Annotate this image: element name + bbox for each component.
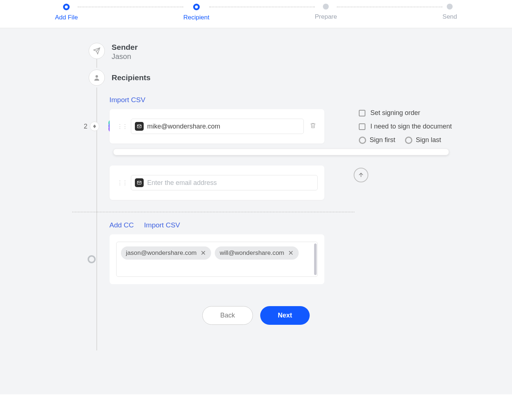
recipient-card [110, 109, 324, 144]
remove-chip-icon[interactable]: ✕ [288, 250, 294, 256]
recipients-title: Recipients [112, 70, 447, 82]
cc-node-icon [88, 255, 96, 263]
section-divider [72, 212, 354, 212]
step-indicator-icon [63, 4, 70, 10]
cc-chip: will@wondershare.com ✕ [215, 246, 299, 260]
option-label: Sign last [416, 136, 441, 144]
recipient-email-input[interactable] [147, 123, 300, 130]
set-signing-order-option[interactable]: Set signing order [359, 109, 461, 117]
recipients-links: Import CSV [110, 96, 447, 104]
cc-chip-label: will@wondershare.com [220, 249, 284, 257]
recipient-email-input[interactable] [147, 179, 314, 187]
radio[interactable] [405, 137, 412, 144]
step-label: Prepare [315, 13, 337, 21]
wizard-stepper: Add File Recipient Prepare Send [0, 0, 512, 28]
cc-links: Add CC Import CSV [110, 221, 447, 229]
option-label: Set signing order [371, 109, 420, 117]
person-icon [89, 70, 105, 86]
step-connector [78, 7, 183, 7]
sender-row: Sender Jason [88, 43, 447, 61]
remove-chip-icon[interactable]: ✕ [200, 250, 206, 256]
move-up-button[interactable] [354, 168, 368, 182]
step-indicator-icon [193, 4, 200, 10]
svg-point-0 [95, 75, 98, 78]
back-button[interactable]: Back [202, 306, 253, 325]
cc-chip-label: jason@wondershare.com [126, 249, 197, 257]
mail-icon [135, 178, 144, 187]
add-cc-link[interactable]: Add CC [110, 221, 134, 229]
trash-icon[interactable] [308, 120, 318, 132]
signing-options: Set signing order I need to sign the doc… [359, 109, 461, 150]
step-add-file[interactable]: Add File [55, 4, 78, 21]
drag-handle-icon[interactable] [116, 123, 128, 130]
import-csv-link[interactable]: Import CSV [110, 96, 146, 104]
cc-chip: jason@wondershare.com ✕ [121, 246, 211, 260]
option-label: I need to sign the document [371, 123, 452, 130]
step-connector [337, 7, 442, 7]
sign-first-option[interactable]: Sign first [359, 136, 395, 144]
step-recipient[interactable]: Recipient [183, 4, 209, 21]
drag-handle-icon[interactable] [116, 179, 128, 186]
sign-last-option[interactable]: Sign last [405, 136, 441, 144]
checkbox[interactable] [359, 123, 365, 130]
sender-title: Sender [112, 43, 447, 52]
checkbox[interactable] [359, 110, 365, 116]
recipients-header-row: Recipients [88, 70, 447, 86]
step-send[interactable]: Send [442, 4, 457, 21]
option-label: Sign first [370, 136, 395, 144]
order-number: 2 [84, 123, 88, 130]
mail-icon [135, 122, 144, 131]
cc-chip-container[interactable]: jason@wondershare.com ✕ will@wondershare… [116, 242, 318, 277]
i-need-to-sign-option[interactable]: I need to sign the document [359, 123, 461, 130]
step-indicator-icon [447, 4, 453, 10]
radio[interactable] [359, 137, 366, 144]
paper-plane-icon [89, 43, 105, 59]
recipient-card [110, 166, 324, 200]
sender-name: Jason [112, 52, 447, 61]
step-connector [209, 7, 315, 7]
import-csv-cc-link[interactable]: Import CSV [144, 221, 180, 229]
step-label: Add File [55, 14, 78, 21]
footer-buttons: Back Next [66, 306, 447, 325]
email-field[interactable] [131, 119, 304, 134]
order-group-indicator: 2 [84, 122, 99, 131]
order-stepper[interactable] [90, 122, 99, 131]
step-label: Recipient [183, 14, 209, 21]
step-prepare[interactable]: Prepare [315, 4, 337, 21]
step-label: Send [442, 13, 457, 21]
cc-card: jason@wondershare.com ✕ will@wondershare… [110, 234, 324, 284]
email-field[interactable] [131, 175, 318, 190]
step-indicator-icon [323, 4, 329, 10]
next-button[interactable]: Next [260, 306, 310, 325]
